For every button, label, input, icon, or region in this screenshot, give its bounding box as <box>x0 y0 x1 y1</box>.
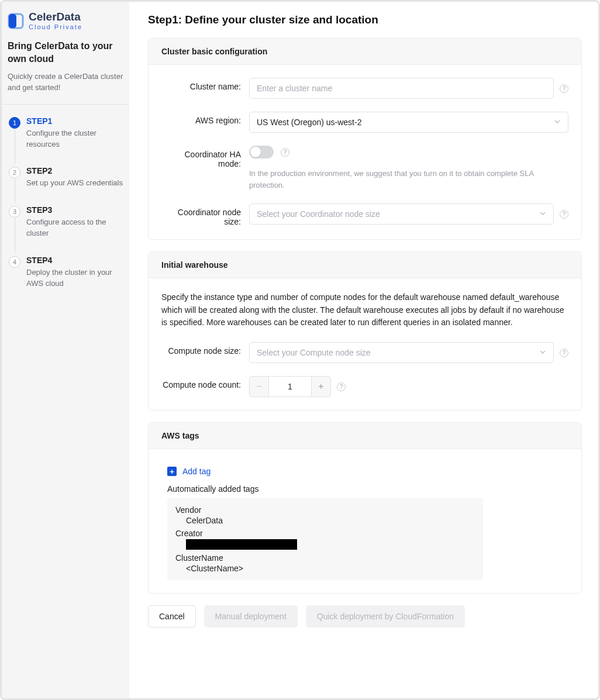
chevron-down-icon <box>539 348 546 357</box>
ha-mode-label: Coordinator HA mode: <box>161 146 249 168</box>
coord-size-label: Coordinator node size: <box>161 204 249 226</box>
chevron-down-icon <box>554 118 561 127</box>
panel-header: Initial warehouse <box>149 252 581 278</box>
compute-count-label: Compute node count: <box>161 376 249 389</box>
help-icon[interactable]: ? <box>337 382 346 391</box>
step-1[interactable]: 1 STEP1 Configure the cluster resources <box>9 116 125 167</box>
step-4[interactable]: 4 STEP4 Deploy the cluster in your AWS c… <box>9 256 125 306</box>
logo-icon <box>8 13 24 29</box>
ha-mode-hint: In the production environment, we sugges… <box>249 168 568 191</box>
compute-count-stepper: − + <box>249 376 331 397</box>
help-icon[interactable]: ? <box>560 349 568 357</box>
quick-deployment-button[interactable]: Quick deployment by CloudFormation <box>306 605 465 627</box>
step-desc: Configure the cluster resources <box>26 128 125 150</box>
compute-size-label: Compute node size: <box>161 342 249 356</box>
step-name: STEP1 <box>26 116 125 126</box>
step-name: STEP3 <box>26 205 125 215</box>
help-icon[interactable]: ? <box>560 210 568 219</box>
cluster-name-input[interactable] <box>249 78 554 99</box>
increment-button[interactable]: + <box>311 376 331 397</box>
auto-tags-title: Automatically added tags <box>167 484 568 494</box>
manual-deployment-button[interactable]: Manual deployment <box>204 605 298 627</box>
select-value: US West (Oregon) us-west-2 <box>257 118 361 127</box>
ha-mode-toggle[interactable] <box>249 146 274 158</box>
select-placeholder: Select your Coordinator node size <box>257 209 380 219</box>
panel-aws-tags: AWS tags + Add tag Automatically added t… <box>148 422 582 594</box>
add-tag-button[interactable]: + Add tag <box>167 467 568 476</box>
help-icon[interactable]: ? <box>560 84 568 93</box>
step-name: STEP4 <box>26 256 125 265</box>
plus-icon: + <box>167 467 177 476</box>
app-frame: CelerData Cloud Private Bring CelerData … <box>0 0 600 700</box>
step-nav: 1 STEP1 Configure the cluster resources … <box>2 116 129 306</box>
sidebar-intro: Bring CelerData to your own cloud Quickl… <box>2 37 129 104</box>
sidebar: CelerData Cloud Private Bring CelerData … <box>2 2 129 698</box>
step-badge: 4 <box>9 256 20 268</box>
page-title: Step1: Define your cluster size and loca… <box>148 13 582 26</box>
logo: CelerData Cloud Private <box>2 2 129 37</box>
brand-name: CelerData <box>29 11 82 22</box>
intro-title: Bring CelerData to your own cloud <box>8 40 123 66</box>
decrement-button[interactable]: − <box>249 376 269 397</box>
coord-size-select[interactable]: Select your Coordinator node size <box>249 204 554 225</box>
compute-size-select[interactable]: Select your Compute node size <box>249 342 554 363</box>
tag-key: Vendor <box>175 505 475 515</box>
auto-tags-box: Vendor CelerData Creator ClusterName <Cl… <box>167 498 483 580</box>
tag-value: CelerData <box>175 516 475 525</box>
compute-count-input[interactable] <box>269 376 311 397</box>
redacted-value <box>186 539 297 550</box>
aws-region-select[interactable]: US West (Oregon) us-west-2 <box>249 112 568 133</box>
brand-subtitle: Cloud Private <box>29 24 82 30</box>
step-name: STEP2 <box>26 166 125 175</box>
tag-value: <ClusterName> <box>175 564 475 573</box>
step-badge: 1 <box>9 117 20 129</box>
step-badge: 3 <box>9 206 20 218</box>
add-tag-label: Add tag <box>182 467 211 476</box>
select-placeholder: Select your Compute node size <box>257 348 371 357</box>
panel-header: AWS tags <box>149 423 581 449</box>
help-icon[interactable]: ? <box>281 148 289 157</box>
step-desc: Set up your AWS credentials <box>26 178 125 189</box>
cancel-button[interactable]: Cancel <box>148 605 196 627</box>
sidebar-divider <box>2 104 129 105</box>
step-3[interactable]: 3 STEP3 Configure access to the cluster <box>9 205 125 256</box>
step-badge: 2 <box>9 167 20 178</box>
intro-subtitle: Quickly create a CelerData cluster and g… <box>8 71 123 94</box>
tag-key: Creator <box>175 529 475 538</box>
warehouse-description: Specify the instance type and number of … <box>161 291 568 329</box>
footer-buttons: Cancel Manual deployment Quick deploymen… <box>148 605 582 627</box>
svg-rect-1 <box>9 14 16 28</box>
cluster-name-label: Cluster name: <box>161 78 249 91</box>
chevron-down-icon <box>539 209 546 219</box>
main: Step1: Define your cluster size and loca… <box>129 2 598 698</box>
tag-key: ClusterName <box>175 553 475 563</box>
panel-initial-warehouse: Initial warehouse Specify the instance t… <box>148 251 582 411</box>
step-desc: Configure access to the cluster <box>26 217 125 239</box>
panel-basic-config: Cluster basic configuration Cluster name… <box>148 38 582 240</box>
aws-region-label: AWS region: <box>161 112 249 125</box>
step-desc: Deploy the cluster in your AWS cloud <box>26 267 125 289</box>
panel-header: Cluster basic configuration <box>149 39 581 65</box>
step-2[interactable]: 2 STEP2 Set up your AWS credentials <box>9 166 125 205</box>
tag-value <box>175 539 475 550</box>
